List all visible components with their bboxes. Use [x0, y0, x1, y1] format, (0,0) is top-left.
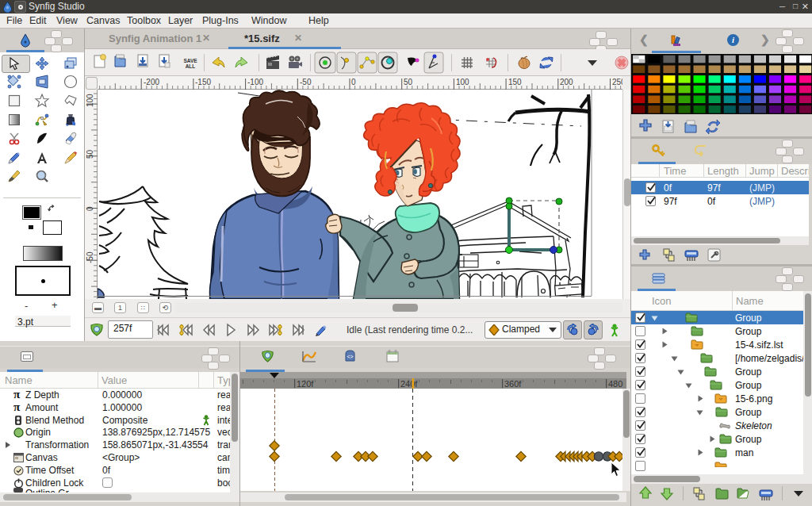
svg-text:Idle (Last rendering time 0.2.: Idle (Last rendering time 0.2...	[347, 324, 473, 335]
svg-text:-100: -100	[247, 78, 263, 86]
svg-text:ALL: ALL	[186, 63, 196, 69]
svg-text:200: 200	[560, 78, 573, 86]
svg-text:100: 100	[86, 94, 94, 107]
svg-text:250: 250	[612, 78, 622, 86]
svg-text:240f: 240f	[400, 379, 418, 389]
svg-text:0: 0	[351, 78, 356, 86]
svg-text:-200: -200	[144, 78, 159, 86]
svg-text:120f: 120f	[297, 379, 314, 389]
svg-text:100: 100	[456, 78, 469, 86]
svg-text:-50: -50	[86, 251, 94, 263]
svg-text:SAVE: SAVE	[183, 58, 197, 63]
svg-text:50: 50	[404, 78, 413, 86]
svg-text:0: 0	[86, 206, 94, 211]
svg-text:<>: <>	[347, 354, 353, 359]
svg-text:-50: -50	[300, 78, 312, 86]
svg-text:360f: 360f	[504, 379, 522, 389]
svg-text:150: 150	[508, 78, 522, 86]
svg-text:50: 50	[86, 149, 94, 159]
svg-text:-150: -150	[195, 78, 211, 86]
svg-text:480: 480	[608, 379, 622, 389]
